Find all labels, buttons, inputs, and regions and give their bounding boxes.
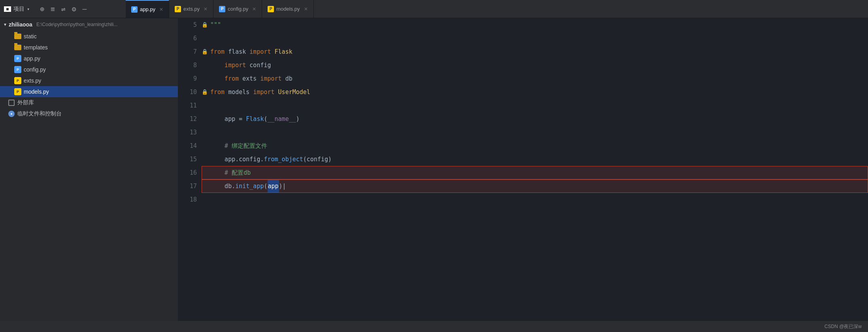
sidebar-label-temp-files: 临时文件和控制台 <box>17 110 62 117</box>
tab-icon-exts-py: P <box>175 6 181 12</box>
status-text: CSDN @夜已深w <box>825 323 862 330</box>
code-line-16: # 配置db <box>202 166 868 179</box>
line-num-7: 7 <box>193 45 197 58</box>
code-line-14: # 绑定配置文件 <box>202 139 868 153</box>
tab-icon-app-py: P <box>131 6 138 13</box>
list-icon[interactable]: ≡ <box>51 5 55 13</box>
project-expand-arrow: ▾ <box>4 22 6 27</box>
sidebar-item-config-py[interactable]: P config.py <box>0 64 178 75</box>
py-icon-exts: P <box>14 77 21 84</box>
sidebar-item-templates[interactable]: templates <box>0 42 178 53</box>
line-num-16: 16 <box>190 166 197 179</box>
cursor-highlight: app <box>268 179 279 193</box>
tab-exts-py[interactable]: P exts.py ✕ <box>169 0 213 18</box>
line-num-15: 15 <box>190 153 197 166</box>
tab-icon-models-py: P <box>268 6 274 12</box>
code-line-9: from exts import db <box>202 72 868 85</box>
line-num-11: 11 <box>190 99 197 112</box>
code-line-15: app.config.from_object(config) <box>202 153 868 166</box>
code-lines: 🔒""" 🔒from flask import Flask import con… <box>202 18 868 321</box>
line-num-5: 5 <box>193 18 197 32</box>
sidebar-item-app-py[interactable]: P app.py <box>0 53 178 64</box>
title-bar: ■ 项目 ▾ ⊕ ≡ ⇌ ⚙ — P app.py ✕ P exts.py ✕ … <box>0 0 868 18</box>
project-label[interactable]: 项目 <box>13 6 25 13</box>
py-icon-config: P <box>14 66 21 73</box>
settings-icon[interactable]: ⚙ <box>72 5 76 13</box>
tab-label-config-py: config.py <box>228 6 248 12</box>
line-num-13: 13 <box>190 126 197 139</box>
title-bar-left: ■ 项目 ▾ ⊕ ≡ ⇌ ⚙ — <box>4 5 123 13</box>
sidebar-item-models-py[interactable]: P models.py <box>0 86 178 97</box>
collapse-icon[interactable]: ⇌ <box>61 5 66 13</box>
code-line-6 <box>202 32 868 45</box>
sidebar-label-static: static <box>24 33 37 40</box>
folder-icon-static <box>14 33 21 40</box>
external-lib-icon <box>8 99 15 106</box>
py-icon-models: P <box>14 88 21 95</box>
sidebar-label-external-lib: 外部库 <box>17 99 34 106</box>
line-num-14: 14 <box>190 139 197 153</box>
code-line-13 <box>202 126 868 139</box>
tab-models-py[interactable]: P models.py ✕ <box>262 0 313 18</box>
sidebar-label-config-py: config.py <box>24 66 46 73</box>
sidebar-label-exts-py: exts.py <box>24 77 41 84</box>
tab-app-py[interactable]: P app.py ✕ <box>126 0 169 18</box>
code-line-11 <box>202 99 868 112</box>
tab-close-exts-py[interactable]: ✕ <box>204 6 208 12</box>
code-editor[interactable]: 5 6 7 8 9 10 11 12 13 14 15 16 17 18 🔒""… <box>178 18 868 321</box>
code-content: 5 6 7 8 9 10 11 12 13 14 15 16 17 18 🔒""… <box>178 18 868 321</box>
line-num-9: 9 <box>193 72 197 85</box>
code-line-8: import config <box>202 58 868 72</box>
toolbar-icons: ⊕ ≡ ⇌ ⚙ — <box>40 5 87 13</box>
code-line-10: 🔒from models import UserModel <box>202 85 868 99</box>
line-num-8: 8 <box>193 58 197 72</box>
project-dropdown-arrow[interactable]: ▾ <box>27 6 30 12</box>
temp-files-icon: ● <box>8 110 15 117</box>
add-icon[interactable]: ⊕ <box>40 5 44 13</box>
tab-label-models-py: models.py <box>276 6 300 12</box>
status-bar: CSDN @夜已深w <box>0 321 868 332</box>
project-path: E:\Code\python\python_learning\zhili... <box>36 22 117 27</box>
minimize-icon[interactable]: — <box>83 5 87 13</box>
sidebar-label-models-py: models.py <box>24 89 49 95</box>
sidebar-label-templates: templates <box>24 44 48 51</box>
line-num-12: 12 <box>190 112 197 126</box>
code-line-5: 🔒""" <box>202 18 868 32</box>
tab-close-app-py[interactable]: ✕ <box>159 7 163 12</box>
tab-close-config-py[interactable]: ✕ <box>252 6 256 12</box>
code-line-17: db.init_app(app)| <box>202 179 868 193</box>
tab-label-app-py: app.py <box>140 6 155 12</box>
tabs-area: P app.py ✕ P exts.py ✕ P config.py ✕ P m… <box>126 0 864 18</box>
line-num-6: 6 <box>193 32 197 45</box>
gutter-icon-7: 🔒 <box>202 45 208 58</box>
tab-label-exts-py: exts.py <box>183 6 200 12</box>
sidebar-item-external-lib[interactable]: 外部库 <box>0 97 178 108</box>
code-line-18 <box>202 193 868 206</box>
folder-icon-templates <box>14 44 21 51</box>
sidebar-label-app-py: app.py <box>24 55 40 62</box>
py-icon-app: P <box>14 55 21 62</box>
sidebar-project-header[interactable]: ▾ zhiliaooa E:\Code\python\python_learni… <box>0 18 178 31</box>
project-icon: ■ <box>4 6 11 12</box>
gutter-icon-10: 🔒 <box>202 85 208 99</box>
line-num-10: 10 <box>190 85 197 99</box>
code-line-12: app = Flask(__name__) <box>202 112 868 126</box>
tab-config-py[interactable]: P config.py ✕ <box>213 0 262 18</box>
tab-icon-config-py: P <box>219 6 225 12</box>
sidebar-item-static[interactable]: static <box>0 31 178 42</box>
sidebar: ▾ zhiliaooa E:\Code\python\python_learni… <box>0 18 178 321</box>
main-area: ▾ zhiliaooa E:\Code\python\python_learni… <box>0 18 868 321</box>
line-numbers: 5 6 7 8 9 10 11 12 13 14 15 16 17 18 <box>178 18 202 321</box>
gutter-icon-5: 🔒 <box>202 18 208 32</box>
line-num-18: 18 <box>190 193 197 206</box>
sidebar-item-exts-py[interactable]: P exts.py <box>0 75 178 86</box>
code-line-7: 🔒from flask import Flask <box>202 45 868 58</box>
line-num-17: 17 <box>190 179 197 193</box>
code-text-5: """ <box>210 18 221 32</box>
project-name: zhiliaooa <box>9 21 32 28</box>
sidebar-item-temp-files[interactable]: ● 临时文件和控制台 <box>0 108 178 119</box>
tab-close-models-py[interactable]: ✕ <box>304 6 308 12</box>
